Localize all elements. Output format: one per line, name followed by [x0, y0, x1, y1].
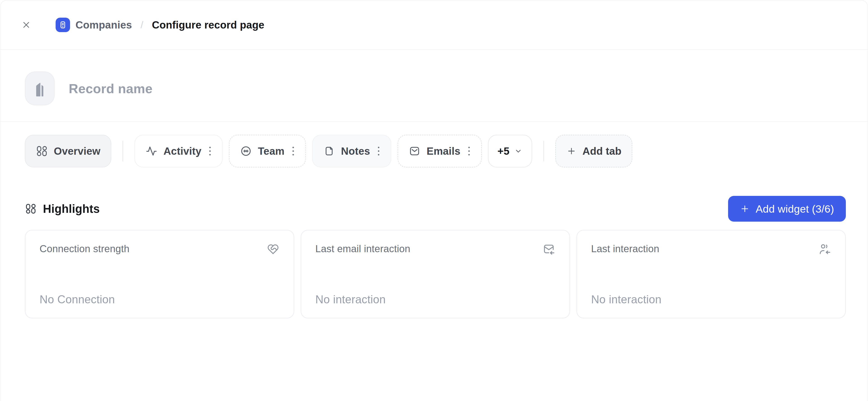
tab-bar: Overview Activity: [0, 135, 868, 167]
widget-value: No Connection: [39, 293, 280, 306]
modal-header: Companies / Configure record page: [0, 0, 868, 50]
team-icon: [240, 145, 252, 157]
chevron-down-icon: [514, 147, 523, 155]
companies-object-icon[interactable]: [56, 18, 70, 32]
tab-notes[interactable]: Notes: [312, 135, 392, 167]
breadcrumb: Companies / Configure record page: [56, 18, 264, 32]
close-button[interactable]: [20, 19, 33, 31]
building-icon: [31, 78, 49, 98]
widget-value: No interaction: [591, 293, 831, 306]
highlights-widget-row: Connection strength No Connection Last e…: [0, 230, 868, 318]
breadcrumb-object-label[interactable]: Companies: [75, 19, 132, 31]
tab-menu-button[interactable]: [208, 146, 212, 156]
tab-divider: [123, 141, 123, 162]
kebab-menu-icon: [292, 146, 294, 156]
kebab-menu-icon: [209, 146, 211, 156]
widget-title: Connection strength: [39, 243, 129, 254]
configure-record-page-modal: Companies / Configure record page Record…: [0, 0, 868, 401]
tab-label: Emails: [427, 145, 460, 157]
widget-title: Last email interaction: [315, 243, 410, 254]
note-icon: [323, 145, 335, 157]
activity-icon: [145, 145, 158, 157]
heart-handshake-icon: [267, 243, 280, 256]
tab-divider: [544, 141, 544, 162]
plus-icon: [566, 146, 577, 156]
record-name-placeholder[interactable]: Record name: [69, 81, 153, 96]
highlights-header: Highlights Add widget (3/6): [0, 196, 868, 222]
kebab-menu-icon: [377, 146, 380, 156]
mail-received-icon: [542, 243, 555, 256]
widget-card-last-email-interaction[interactable]: Last email interaction No interaction: [301, 230, 570, 318]
mail-icon: [408, 145, 421, 157]
grid-icon: [25, 203, 37, 214]
record-header-section: Record name: [0, 50, 868, 122]
tab-menu-button[interactable]: [467, 146, 471, 156]
add-tab-label: Add tab: [583, 145, 622, 157]
close-icon: [21, 20, 31, 30]
widget-title: Last interaction: [591, 243, 659, 254]
widget-value: No interaction: [315, 293, 555, 306]
overflow-count-label: +5: [498, 145, 509, 157]
tab-label: Team: [258, 145, 285, 157]
add-widget-label: Add widget (3/6): [756, 203, 834, 215]
kebab-menu-icon: [468, 146, 470, 156]
widget-card-header: Last interaction: [591, 243, 831, 256]
tab-label: Notes: [341, 145, 370, 157]
add-widget-button[interactable]: Add widget (3/6): [728, 196, 846, 222]
highlights-title: Highlights: [43, 202, 100, 216]
tab-overview[interactable]: Overview: [25, 135, 111, 167]
tab-emails[interactable]: Emails: [398, 135, 482, 167]
page-title: Configure record page: [152, 19, 265, 31]
grid-icon: [36, 145, 48, 157]
widget-card-header: Connection strength: [39, 243, 280, 256]
breadcrumb-separator: /: [141, 19, 143, 31]
record-avatar[interactable]: [25, 71, 55, 106]
tab-activity[interactable]: Activity: [134, 135, 223, 167]
widget-card-last-interaction[interactable]: Last interaction No interaction: [577, 230, 846, 318]
highlights-title-wrap: Highlights: [25, 202, 100, 216]
tab-team[interactable]: Team: [229, 135, 306, 167]
tab-label: Overview: [54, 145, 100, 157]
tab-overflow-button[interactable]: +5: [488, 135, 532, 167]
add-tab-button[interactable]: Add tab: [555, 135, 632, 167]
user-received-icon: [818, 243, 831, 256]
widget-card-header: Last email interaction: [315, 243, 555, 256]
tab-menu-button[interactable]: [291, 146, 295, 156]
widget-card-connection-strength[interactable]: Connection strength No Connection: [25, 230, 294, 318]
plus-icon: [740, 204, 750, 214]
tab-label: Activity: [163, 145, 202, 157]
tab-menu-button[interactable]: [377, 146, 380, 156]
